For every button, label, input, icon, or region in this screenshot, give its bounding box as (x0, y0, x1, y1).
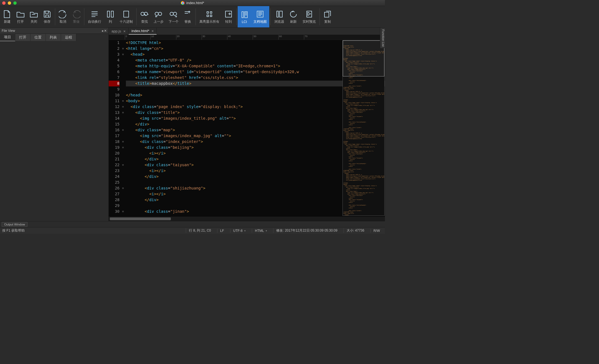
editor-tab-1[interactable]: index.html*× (129, 28, 157, 35)
document-map[interactable]: <!DOCTYPE html> <html lang="cn"> <head> … (342, 40, 385, 216)
close-icon[interactable]: × (123, 29, 126, 34)
status-modified: 修改: 2017年12月22日 05:30:09 05:30:09 (273, 228, 340, 233)
toolbar-lci-button[interactable]: LCI (238, 6, 251, 27)
toolbar-livepreview-button[interactable]: 实时预览 (300, 6, 318, 27)
toolbar-open-button[interactable]: 打开 (14, 6, 27, 27)
toolbar-close-button[interactable]: 关闭 (27, 6, 40, 27)
status-help: 按 F1 获取帮助 (2, 228, 80, 233)
find-icon (140, 10, 149, 18)
fileview-tab-3[interactable]: 列表 (46, 34, 61, 41)
fileview-tab-0[interactable]: 项目 (0, 34, 15, 41)
status-encoding[interactable]: UTF-8 ▾ (230, 229, 249, 233)
toolbar-browser-button[interactable]: 浏览器 (272, 6, 287, 27)
wrap-icon (90, 10, 99, 18)
replace-icon (184, 10, 192, 18)
toolbar-prev-button[interactable]: 上一步 (151, 6, 166, 27)
output-window-bar: Output Window (0, 221, 385, 227)
close-icon[interactable]: × (151, 29, 154, 33)
column-icon (106, 10, 115, 18)
window-title: index.html* (0, 1, 385, 5)
status-size: 大小: 47736 (344, 228, 367, 233)
open-icon (16, 10, 25, 18)
ruler: 010203040506070 (109, 35, 385, 40)
toolbar-column-button[interactable]: 列 (104, 6, 117, 27)
editor-tabs: app.js×index.html*× (109, 28, 385, 35)
toolbar-redo-button[interactable]: 重做 (70, 6, 83, 27)
panel-controls[interactable]: ◂ ✕ (101, 29, 107, 33)
status-language[interactable]: HTML ▾ (252, 229, 270, 233)
browser-icon (275, 10, 283, 18)
code-editor[interactable]: 1234567891011121314151617181920212223242… (109, 40, 385, 217)
toolbar-replace-button[interactable]: 替换 (181, 6, 194, 27)
fileview-tab-1[interactable]: 打开 (15, 34, 31, 41)
toolbar-copy-button[interactable]: 复制 (321, 6, 334, 27)
redo-icon (72, 10, 80, 18)
file-view-header: File View ◂ ✕ (0, 28, 108, 34)
fileview-tab-4[interactable]: 远程 (61, 34, 76, 41)
output-window-tab[interactable]: Output Window (2, 222, 27, 227)
file-view-panel: File View ◂ ✕ 项目打开位置列表远程 (0, 28, 109, 221)
refresh-icon (289, 10, 298, 18)
toolbar-cancel-button[interactable]: 取消 (56, 6, 70, 27)
highlight-icon (205, 10, 214, 18)
file-icon (181, 1, 185, 5)
new-icon (3, 10, 11, 18)
cancel-icon (59, 10, 67, 18)
horizontal-scrollbar[interactable] (109, 217, 385, 221)
status-rw: R/W (370, 229, 383, 233)
function-list-tab[interactable]: Function List (380, 28, 385, 48)
livepreview-icon (305, 10, 313, 18)
toolbar-hex-button[interactable]: 十六进制 (117, 6, 135, 27)
toolbar-highlight-button[interactable]: 高亮显示所有 (197, 6, 222, 27)
file-view-tabs: 项目打开位置列表远程 (0, 34, 108, 41)
save-icon (43, 10, 51, 18)
lci-icon (240, 11, 248, 19)
editor-pane: app.js×index.html*× 010203040506070 1234… (109, 28, 385, 221)
toolbar-next-button[interactable]: 下一个 (166, 6, 181, 27)
toolbar-wrap-button[interactable]: 自动换行 (85, 6, 104, 27)
titlebar: index.html* (0, 0, 385, 6)
next-icon (169, 10, 178, 18)
toolbar-docmap-button[interactable]: 文档地图 (251, 6, 269, 27)
toolbar-save-button[interactable]: 保存 (40, 6, 54, 27)
toolbar-goto-button[interactable]: 转到 (222, 6, 235, 27)
prev-icon (154, 10, 163, 18)
editor-tab-0[interactable]: app.js× (109, 28, 129, 35)
status-bar: 按 F1 获取帮助 行 8, 列 21, C0 LF UTF-8 ▾ HTML … (0, 227, 385, 234)
goto-icon (224, 10, 233, 18)
toolbar-refresh-button[interactable]: 刷新 (287, 6, 300, 27)
close-icon (30, 10, 38, 18)
status-position: 行 8, 列 21, C0 (186, 228, 214, 233)
toolbar-new-button[interactable]: 新建 (1, 6, 14, 27)
status-eol[interactable]: LF (217, 229, 227, 233)
fileview-tab-2[interactable]: 位置 (31, 34, 46, 41)
toolbar-find-button[interactable]: 查找 (138, 6, 151, 27)
copy-icon (323, 10, 332, 18)
main-toolbar: 新建打开关闭保存取消重做自动换行列十六进制查找上一步下一个替换高亮显示所有转到L… (0, 6, 385, 28)
hex-icon (122, 10, 130, 18)
docmap-icon (256, 10, 264, 18)
